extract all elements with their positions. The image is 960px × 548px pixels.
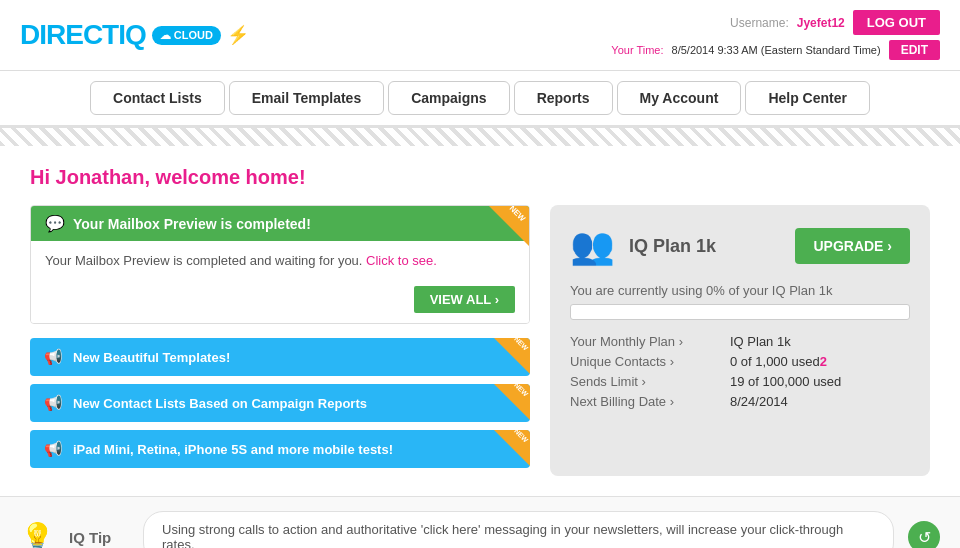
username-row: Username: Jyefet12 LOG OUT [730,10,940,35]
megaphone-icon: 📢 [44,394,63,412]
lightning-icon: ⚡ [227,24,249,46]
view-all-button[interactable]: VIEW ALL › [414,286,515,313]
nav-tab-help-center[interactable]: Help Center [745,81,870,115]
username-value: Jyefet12 [797,16,845,30]
plan-icon: 👥 [570,225,615,267]
plan-details: Your Monthly Plan ›IQ Plan 1kUnique Cont… [570,334,910,409]
blue-notification-bar[interactable]: 📢 iPad Mini, Retina, iPhone 5S and more … [30,430,530,468]
plan-row-label: Unique Contacts › [570,354,730,369]
warn-badge: 2 [820,354,827,369]
main-content: Hi Jonathan, welcome home! 💬 Your Mailbo… [0,146,960,496]
time-label: Your Time: [611,44,663,56]
username-label: Username: [730,16,789,30]
nav-tab-email-templates[interactable]: Email Templates [229,81,384,115]
plan-panel: 👥 IQ Plan 1k UPGRADE › You are currently… [550,205,930,476]
blue-bar-text: New Contact Lists Based on Campaign Repo… [73,396,367,411]
plan-row-label: Next Billing Date › [570,394,730,409]
stripe-divider [0,128,960,146]
plan-row-value: 0 of 1,000 used2 [730,354,827,369]
plan-detail-row: Unique Contacts ›0 of 1,000 used2 [570,354,910,369]
chat-icon: 💬 [45,214,65,233]
plan-header: 👥 IQ Plan 1k UPGRADE › [570,225,910,267]
plan-row-value: IQ Plan 1k [730,334,791,349]
plan-usage-text: You are currently using 0% of your IQ Pl… [570,283,910,298]
notif-header: 💬 Your Mailbox Preview is completed! [31,206,529,241]
blue-bar-text: iPad Mini, Retina, iPhone 5S and more mo… [73,442,393,457]
plan-detail-row: Next Billing Date ›8/24/2014 [570,394,910,409]
notif-body-text: Your Mailbox Preview is completed and wa… [45,253,515,268]
welcome-message: Hi Jonathan, welcome home! [30,166,930,189]
cloud-badge: ☁ CLOUD [152,26,221,45]
progress-bar [570,304,910,320]
plan-row-label: Sends Limit › [570,374,730,389]
plan-detail-row: Sends Limit ›19 of 100,000 used [570,374,910,389]
welcome-name: Hi Jonathan, [30,166,150,188]
edit-button[interactable]: EDIT [889,40,940,60]
blue-bars-container: 📢 New Beautiful Templates! NEW📢 New Cont… [30,338,530,468]
header: DIRECTIQ ☁ CLOUD ⚡ Username: Jyefet12 LO… [0,0,960,71]
header-right: Username: Jyefet12 LOG OUT Your Time: 8/… [611,10,940,60]
cloud-label: CLOUD [174,29,213,41]
notif-link[interactable]: Click to see. [366,253,437,268]
tip-text: Using strong calls to action and authori… [143,511,894,548]
time-value: 8/5/2014 9:33 AM (Eastern Standard Time) [672,44,881,56]
plan-row-label: Your Monthly Plan › [570,334,730,349]
tip-refresh-button[interactable]: ↺ [908,521,940,548]
logout-button[interactable]: LOG OUT [853,10,940,35]
left-column: 💬 Your Mailbox Preview is completed! NEW… [30,205,530,476]
iq-tip-bar: 💡 IQ Tip Using strong calls to action an… [0,496,960,548]
nav-tab-my-account[interactable]: My Account [617,81,742,115]
notif-header-text: Your Mailbox Preview is completed! [73,216,311,232]
plan-detail-row: Your Monthly Plan ›IQ Plan 1k [570,334,910,349]
nav-tab-campaigns[interactable]: Campaigns [388,81,509,115]
megaphone-icon: 📢 [44,440,63,458]
plan-name: IQ Plan 1k [629,236,781,257]
tip-label: IQ Tip [69,529,129,546]
plan-row-value: 8/24/2014 [730,394,788,409]
nav-tab-contact-lists[interactable]: Contact Lists [90,81,225,115]
cloud-icon: ☁ [160,29,171,42]
blue-notification-bar[interactable]: 📢 New Contact Lists Based on Campaign Re… [30,384,530,422]
blue-notification-bar[interactable]: 📢 New Beautiful Templates! NEW [30,338,530,376]
bulb-icon: 💡 [20,521,55,549]
plan-row-value: 19 of 100,000 used [730,374,841,389]
logo-text: DIRECTIQ [20,19,146,51]
mailbox-notification: 💬 Your Mailbox Preview is completed! NEW… [30,205,530,324]
upgrade-button[interactable]: UPGRADE › [795,228,910,264]
welcome-rest: welcome home! [150,166,306,188]
logo: DIRECTIQ ☁ CLOUD ⚡ [20,19,249,51]
nav-tab-reports[interactable]: Reports [514,81,613,115]
navigation: Contact ListsEmail TemplatesCampaignsRep… [0,71,960,128]
blue-bar-text: New Beautiful Templates! [73,350,230,365]
content-grid: 💬 Your Mailbox Preview is completed! NEW… [30,205,930,476]
time-row: Your Time: 8/5/2014 9:33 AM (Eastern Sta… [611,40,940,60]
notif-footer: VIEW ALL › [31,280,529,323]
notif-body: Your Mailbox Preview is completed and wa… [31,241,529,280]
megaphone-icon: 📢 [44,348,63,366]
